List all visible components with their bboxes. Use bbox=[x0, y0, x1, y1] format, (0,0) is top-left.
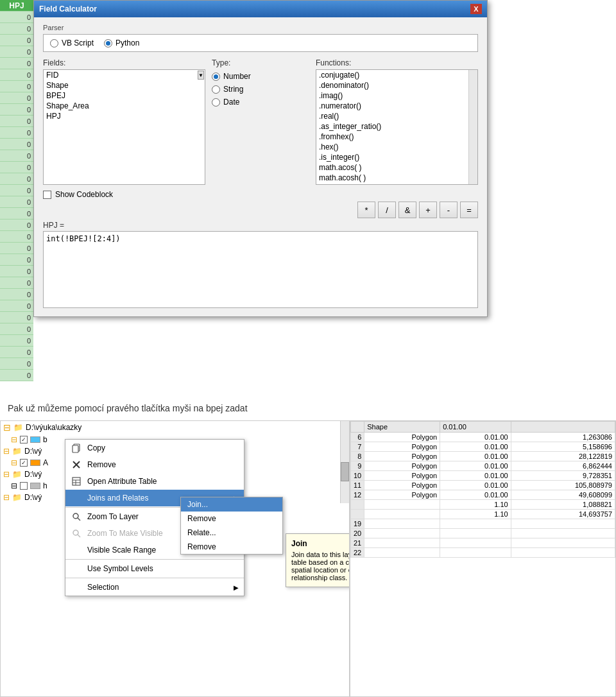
functions-listbox[interactable]: .conjugate() .denominator() .imag() .num… bbox=[316, 69, 478, 185]
ctx-remove[interactable]: Remove bbox=[65, 456, 244, 473]
dialog-title: Field Calculator bbox=[39, 4, 97, 13]
field-item-shape[interactable]: Shape bbox=[44, 80, 205, 90]
table-row: 20 bbox=[351, 529, 615, 538]
func-item-imag[interactable]: .imag() bbox=[316, 90, 477, 101]
type-number-radio[interactable] bbox=[212, 73, 220, 81]
table-row: 6 Polygon 0.01.00 1,263086 bbox=[351, 433, 615, 442]
op-multiply[interactable]: * bbox=[357, 202, 375, 218]
toc-label-h: h bbox=[43, 481, 47, 490]
sidebar-num-3: 0 bbox=[0, 35, 33, 46]
functions-label: Functions: bbox=[316, 58, 478, 67]
submenu-relate[interactable]: Relate... bbox=[181, 526, 282, 540]
cell-shape: Polygon bbox=[364, 461, 440, 471]
op-plus[interactable]: + bbox=[419, 202, 437, 218]
func-item-hex[interactable]: .hex() bbox=[316, 142, 477, 152]
table-row: 19 bbox=[351, 519, 615, 529]
cell-val2 bbox=[511, 538, 615, 548]
func-item-conjugate[interactable]: .conjugate() bbox=[316, 70, 477, 80]
type-number-option[interactable]: Number bbox=[212, 72, 309, 81]
layer-b-checkbox[interactable] bbox=[20, 436, 28, 443]
func-item-fromhex[interactable]: .fromhex() bbox=[316, 132, 477, 142]
func-item-numerator[interactable]: .numerator() bbox=[316, 101, 477, 111]
dialog-close-button[interactable]: X bbox=[470, 4, 482, 14]
svg-line-11 bbox=[78, 535, 80, 537]
ctx-attr-table-label: Open Attribute Table bbox=[87, 477, 157, 486]
toc-item-dvyuka[interactable]: ⊟ 📁 D:\výuka\ukazky bbox=[1, 421, 349, 434]
svg-line-9 bbox=[78, 518, 80, 521]
field-item-hpj[interactable]: HPJ bbox=[44, 111, 205, 121]
op-equals[interactable]: = bbox=[460, 202, 478, 218]
func-item-is-integer[interactable]: .is_integer() bbox=[316, 152, 477, 162]
field-item-fid[interactable]: FID bbox=[44, 70, 205, 80]
sidebar-num-30: 0 bbox=[0, 347, 33, 358]
operators-row: * / & + - = bbox=[43, 202, 478, 218]
fields-listbox[interactable]: FID Shape BPEJ Shape_Area HPJ bbox=[43, 69, 205, 185]
submenu-remove1[interactable]: Remove bbox=[181, 512, 282, 526]
ctx-separator-3 bbox=[65, 578, 244, 578]
ctx-copy[interactable]: Copy bbox=[65, 440, 244, 456]
attribute-table: Shape 0.01.00 6 Polygon 0.01.00 1,263086… bbox=[350, 421, 615, 558]
op-minus[interactable]: - bbox=[440, 202, 458, 218]
op-divide[interactable]: / bbox=[378, 202, 396, 218]
python-radio[interactable] bbox=[104, 39, 112, 47]
sidebar-num-19: 0 bbox=[0, 219, 33, 231]
layer-a-checkbox[interactable] bbox=[20, 459, 28, 467]
copy-icon bbox=[71, 442, 82, 454]
sidebar-num-4: 0 bbox=[0, 46, 33, 58]
sidebar-num-20: 0 bbox=[0, 231, 33, 243]
layer-a-swatch bbox=[30, 460, 40, 466]
cell-num: 10 bbox=[351, 471, 364, 481]
functions-scrollbar[interactable] bbox=[468, 70, 477, 184]
cell-val2 bbox=[511, 548, 615, 558]
expand-icon-3: ⊟ bbox=[3, 447, 10, 456]
functions-column: Functions: .conjugate() .denominator() .… bbox=[316, 58, 478, 185]
expression-textarea[interactable]: int(!BPEJ![2:4]) bbox=[43, 231, 478, 308]
func-item-acos[interactable]: math.acos( ) bbox=[316, 162, 477, 173]
cell-val1 bbox=[440, 548, 511, 558]
type-string-option[interactable]: String bbox=[212, 85, 309, 94]
op-ampersand[interactable]: & bbox=[398, 202, 416, 218]
ctx-zoom-layer-label: Zoom To Layer bbox=[87, 512, 139, 521]
cell-val1: 0.01.00 bbox=[440, 452, 511, 461]
cell-num: 9 bbox=[351, 461, 364, 471]
folder-icon-1: 📁 bbox=[13, 423, 23, 432]
submenu-remove2-label: Remove bbox=[187, 542, 216, 551]
python-option[interactable]: Python bbox=[104, 39, 139, 47]
cell-val2: 49,608099 bbox=[511, 490, 615, 500]
svg-rect-4 bbox=[73, 478, 80, 485]
field-item-bpej[interactable]: BPEJ bbox=[44, 90, 205, 101]
submenu-remove2[interactable]: Remove bbox=[181, 540, 282, 554]
cell-shape bbox=[364, 500, 440, 510]
dialog-titlebar: Field Calculator X bbox=[34, 1, 487, 17]
type-string-radio[interactable] bbox=[212, 85, 220, 94]
submenu-relate-label: Relate... bbox=[187, 528, 216, 537]
sidebar-num-12: 0 bbox=[0, 139, 33, 150]
fields-column: Fields: FID Shape BPEJ Shape_Area HPJ ▼ bbox=[43, 58, 205, 185]
type-options: Number String Date bbox=[212, 69, 309, 107]
selection-icon bbox=[71, 581, 82, 593]
ctx-selection[interactable]: Selection ▶ bbox=[65, 579, 244, 596]
show-codeblock-checkbox[interactable] bbox=[43, 191, 51, 199]
func-item-as-integer-ratio[interactable]: .as_integer_ratio() bbox=[316, 121, 477, 132]
vb-script-option[interactable]: VB Script bbox=[50, 39, 94, 47]
table-row: 11 Polygon 0.01.00 105,808979 bbox=[351, 481, 615, 490]
ctx-use-symbol-levels[interactable]: Use Symbol Levels bbox=[65, 560, 244, 577]
func-item-asin[interactable]: math.asin( ) bbox=[316, 183, 477, 185]
func-item-real[interactable]: .real() bbox=[316, 111, 477, 121]
vb-script-radio[interactable] bbox=[50, 39, 58, 47]
field-item-shape-area[interactable]: Shape_Area bbox=[44, 101, 205, 111]
type-date-radio[interactable] bbox=[212, 98, 220, 107]
toc-scrollbar-thumb[interactable] bbox=[341, 462, 349, 481]
submenu-join[interactable]: Join... bbox=[181, 497, 282, 512]
func-item-acosh[interactable]: math.acosh( ) bbox=[316, 173, 477, 183]
toc-scrollbar[interactable] bbox=[340, 421, 349, 503]
layer-h-checkbox[interactable] bbox=[20, 482, 28, 490]
ctx-open-attr-table[interactable]: Open Attribute Table bbox=[65, 473, 244, 490]
remove-icon bbox=[71, 459, 82, 470]
type-date-option[interactable]: Date bbox=[212, 98, 309, 107]
func-item-denominator[interactable]: .denominator() bbox=[316, 80, 477, 90]
expand-icon-5: ⊟ bbox=[3, 470, 10, 479]
dialog-body: Parser VB Script Python Fields: FID bbox=[34, 17, 487, 316]
tooltip-text: Join data to this layer or standalone ta… bbox=[291, 551, 350, 581]
ctx-symbol-levels-label: Use Symbol Levels bbox=[87, 564, 153, 573]
